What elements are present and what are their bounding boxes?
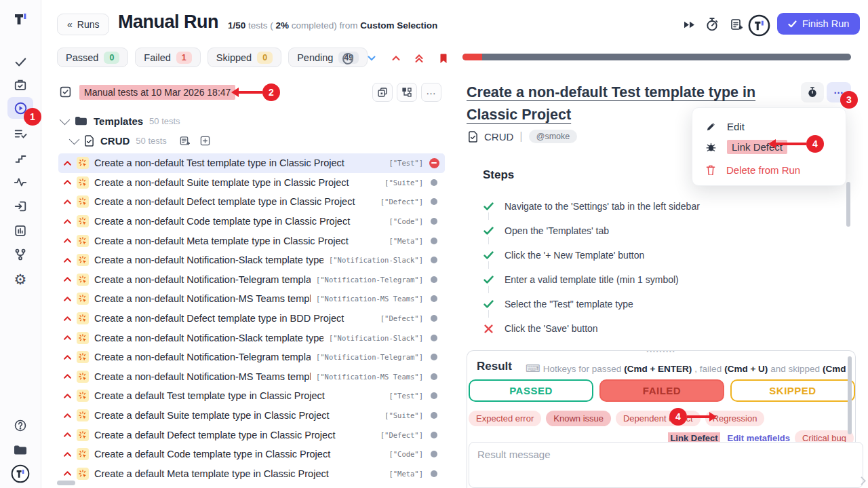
test-status-dot[interactable] (429, 177, 439, 188)
status-filter-pill[interactable]: Pending 49 (288, 48, 368, 67)
test-status-dot[interactable] (429, 390, 439, 401)
test-status-dot[interactable] (429, 274, 439, 285)
test-status-dot[interactable] (429, 196, 439, 207)
test-row[interactable]: Create a default Test template type in C… (58, 386, 445, 406)
run-name-label[interactable]: Manual tests at 10 Mar 2026 18:47 (79, 85, 235, 100)
test-row[interactable]: Create a non-default Suite template type… (58, 173, 445, 193)
test-row[interactable]: Create a non-default Test template type … (58, 153, 445, 173)
test-row[interactable]: Create a default Meta template type in C… (58, 464, 445, 484)
nav-import-icon[interactable] (7, 195, 33, 217)
test-row[interactable]: Create a non-default Code template type … (58, 212, 445, 231)
workspace-logo-icon[interactable] (7, 463, 33, 485)
suite-row-crud[interactable]: CRUD 50 tests (71, 135, 210, 147)
copy-tests-button[interactable] (372, 83, 393, 102)
suite-label: CRUD (100, 135, 130, 147)
chevron-down-icon[interactable] (69, 134, 80, 145)
page-title: Manual Run (118, 12, 218, 33)
test-title: Create a default Test template type in C… (94, 390, 383, 401)
test-status-dot[interactable] (429, 449, 439, 459)
test-row[interactable]: Create a non-default Notification-MS Tea… (58, 367, 445, 387)
help-icon[interactable] (7, 415, 33, 436)
test-title: Create a non-default Notification-Slack … (94, 333, 323, 343)
detail-suite-label[interactable]: CRUD (484, 131, 513, 143)
result-message-input[interactable] (469, 442, 863, 488)
annotation-circle-4a: 4 (806, 135, 824, 153)
test-status-dot[interactable] (429, 468, 439, 479)
tag-dependent-defect[interactable]: Dependent defect (616, 411, 701, 426)
status-filter-pill[interactable]: Passed 0 (57, 48, 128, 67)
test-row[interactable]: Create a non-default Meta template type … (58, 231, 445, 250)
run-checklist-icon[interactable] (60, 86, 71, 98)
collapse-down-icon[interactable] (366, 53, 377, 64)
chevron-down-icon[interactable] (60, 115, 71, 126)
test-row[interactable]: Create a non-default Notification-Slack … (58, 250, 445, 270)
test-status-dot[interactable] (429, 430, 439, 440)
test-row[interactable]: Create a non-default Notification-Telegr… (58, 348, 445, 367)
projects-folder-icon[interactable] (7, 439, 33, 461)
menu-item-edit[interactable]: Edit (692, 116, 846, 136)
filter-circle-icon[interactable] (342, 53, 353, 64)
collapse-up-icon[interactable] (391, 53, 401, 64)
test-status-dot[interactable] (429, 371, 439, 382)
priority-chevron-icon (64, 316, 71, 321)
bookmark-icon[interactable] (438, 53, 449, 64)
steps-scrollbar[interactable] (846, 182, 850, 227)
result-scrollbar[interactable] (848, 356, 852, 434)
test-status-dot[interactable] (429, 333, 439, 343)
back-to-runs-button[interactable]: « Runs (57, 14, 109, 35)
status-filter-pill[interactable]: Skipped 0 (208, 48, 281, 67)
tag-known-issue[interactable]: Known issue (546, 411, 611, 426)
nav-branch-icon[interactable] (7, 244, 33, 265)
folder-row-templates[interactable]: Templates 50 tests (61, 115, 180, 127)
nav-report-icon[interactable] (7, 220, 33, 242)
test-row[interactable]: Create a default Defect template type in… (58, 425, 445, 445)
passed-button[interactable]: PASSED (469, 379, 593, 402)
test-status-dot[interactable] (429, 313, 439, 324)
test-status-dot[interactable] (429, 352, 439, 362)
detail-timer-button[interactable] (801, 82, 824, 102)
test-status-dot[interactable] (429, 157, 439, 168)
priority-chevron-icon (64, 432, 71, 437)
fast-forward-icon[interactable] (681, 16, 697, 33)
test-row[interactable]: Create a non-default Defect template typ… (58, 309, 445, 329)
hotkeys-text-1: Hotkeys for passed (543, 364, 622, 374)
timer-icon[interactable] (704, 16, 720, 33)
nav-steps-icon[interactable] (7, 147, 33, 169)
test-row[interactable]: Create a default Code template type in C… (58, 445, 445, 464)
tag-expected-error[interactable]: Expected error (469, 411, 541, 426)
test-row[interactable]: Create a non-default Notification-Telegr… (58, 270, 445, 290)
add-note-icon[interactable] (728, 16, 745, 33)
nav-settings-icon[interactable]: ⚙ (7, 268, 33, 290)
status-filter-pill[interactable]: Failed 1 (135, 48, 200, 67)
tree-horizontal-scrollbar[interactable] (57, 481, 75, 485)
test-status-dot[interactable] (429, 293, 439, 304)
account-logo-icon[interactable] (747, 14, 770, 37)
test-row[interactable]: Create a non-default Defect template typ… (58, 192, 445, 212)
test-tag: ["Notification-Telegram"] (316, 276, 423, 284)
tree-view-button[interactable] (397, 83, 417, 102)
skipped-button[interactable]: SKIPPED (730, 379, 855, 402)
test-row[interactable]: Create a non-default Notification-Slack … (58, 328, 445, 348)
nav-list-check-icon[interactable] (7, 123, 33, 145)
test-status-dot[interactable] (429, 255, 439, 265)
failed-button[interactable]: FAILED (599, 379, 724, 402)
nav-briefcase-icon[interactable] (7, 74, 33, 96)
tree-more-button[interactable]: … (421, 83, 441, 102)
drag-handle[interactable]: ••••••••• (646, 350, 675, 354)
manual-test-icon (77, 390, 89, 402)
test-status-dot[interactable] (429, 236, 439, 246)
nav-check-icon[interactable] (7, 51, 33, 73)
keyboard-icon: ⌨ (526, 362, 540, 375)
annotation-arrowline-4b (687, 415, 709, 418)
menu-item-delete[interactable]: Delete from Run (692, 159, 846, 180)
finish-run-button[interactable]: Finish Run (777, 13, 860, 35)
step-row: Click the 'Save' button (483, 316, 835, 341)
progress-failed-segment (462, 54, 482, 60)
test-status-dot[interactable] (429, 216, 439, 227)
nav-pulse-icon[interactable] (7, 171, 33, 193)
collapse-all-icon[interactable] (414, 53, 425, 64)
test-row[interactable]: Create a default Suite template type in … (58, 406, 445, 426)
smoke-tag-badge[interactable]: @smoke (529, 130, 578, 143)
test-row[interactable]: Create a non-default Notification-MS Tea… (58, 289, 445, 309)
test-status-dot[interactable] (429, 410, 439, 421)
